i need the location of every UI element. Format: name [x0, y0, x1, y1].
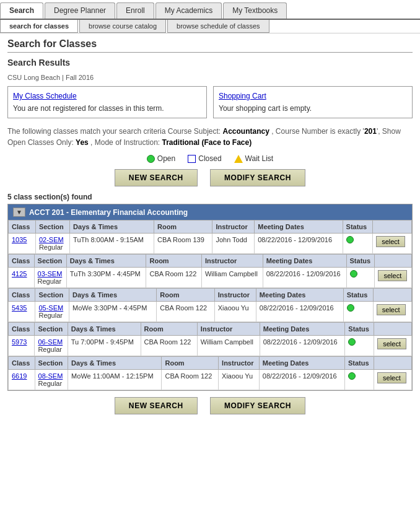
section-type-link[interactable]: 05-SEM	[38, 304, 66, 312]
cell-room: CBA Room 122	[162, 370, 219, 390]
col-header-section: Section	[34, 255, 66, 268]
col-header-	[374, 323, 412, 336]
info-boxes: My Class Schedule You are not registered…	[7, 86, 413, 118]
col-header-room: Room	[154, 221, 212, 234]
shopping-cart-link[interactable]: Shopping Cart	[219, 92, 407, 100]
col-header-room: Room	[157, 289, 214, 302]
class-schedule-box: My Class Schedule You are not registered…	[7, 86, 207, 118]
col-header-meeting_dates: Meeting Dates	[259, 357, 344, 370]
tab-enroll[interactable]: Enroll	[116, 2, 154, 19]
section-title: Search Results	[7, 58, 413, 68]
col-header-section: Section	[35, 357, 68, 370]
cell-section: 05-SEMRegular	[35, 302, 69, 322]
modify-search-button-top[interactable]: Modify Search	[210, 169, 305, 186]
course-header: ▼ ACCT 201 - Elementary Financial Accoun…	[8, 204, 412, 220]
cell-meeting-dates: 08/22/2016 - 12/09/2016	[260, 336, 345, 356]
tab-my-textbooks[interactable]: My Textbooks	[223, 2, 287, 19]
criteria-open-only: Yes	[76, 138, 89, 147]
cell-status	[345, 336, 374, 356]
select-button[interactable]: select	[377, 338, 406, 349]
select-button[interactable]: select	[377, 372, 406, 383]
col-header-section: Section	[35, 221, 69, 234]
legend-waitlist: Wait List	[234, 154, 274, 163]
criteria-middle: , Course Number is exactly '	[271, 127, 364, 136]
cell-instructor: Xiaoou Yu	[219, 370, 260, 390]
subtab-browse-schedule[interactable]: browse schedule of classes	[167, 20, 269, 33]
col-header-class: Class	[9, 221, 36, 234]
col-header-days_times: Days & Times	[70, 221, 154, 234]
closed-icon	[188, 155, 196, 163]
cell-room: CBA Room 122	[146, 268, 201, 288]
collapse-button[interactable]: ▼	[13, 208, 25, 217]
status-open-icon	[350, 270, 357, 278]
col-header-meeting_dates: Meeting Dates	[263, 255, 346, 268]
results-count: 5 class section(s) found	[7, 193, 413, 201]
status-open-icon	[346, 236, 354, 243]
subtab-browse-catalog[interactable]: browse course catalog	[79, 20, 166, 33]
col-header-class: Class	[9, 357, 35, 370]
class-number-link[interactable]: 5973	[12, 338, 27, 346]
cell-room: CBA Room 139	[154, 234, 212, 254]
legend-closed-label: Closed	[198, 154, 221, 163]
tab-search[interactable]: Search	[0, 2, 43, 19]
table-row: 412503-SEMRegularTuTh 3:30PM - 4:45PMCBA…	[9, 268, 412, 288]
status-open-icon	[348, 338, 356, 346]
col-header-status: Status	[345, 323, 374, 336]
course-name: ACCT 201 - Elementary Financial Accounti…	[29, 208, 188, 217]
section-type-link[interactable]: 03-SEM	[38, 270, 63, 278]
cell-instructor: John Todd	[212, 234, 255, 254]
new-search-button-bottom[interactable]: New Search	[115, 397, 198, 414]
nav-tabs-sub: search for classes browse course catalog…	[0, 20, 420, 33]
col-header-room: Room	[162, 357, 219, 370]
col-header-status: Status	[343, 221, 373, 234]
page-title: Search for Classes	[7, 38, 413, 53]
class-number-link[interactable]: 4125	[12, 270, 27, 278]
page-content: Search for Classes Search Results CSU Lo…	[0, 33, 420, 426]
cell-days-times: MoWe 3:30PM - 4:45PM	[69, 302, 157, 322]
open-icon	[147, 155, 155, 163]
class-schedule-text: You are not registered for classes in th…	[13, 104, 164, 113]
col-header-days_times: Days & Times	[66, 255, 146, 268]
tab-degree-planner[interactable]: Degree Planner	[45, 2, 115, 19]
section-mode: Regular	[38, 278, 63, 285]
col-header-instructor: Instructor	[214, 289, 256, 302]
criteria-mode: Traditional (Face to Face)	[162, 138, 252, 147]
section-mode: Regular	[39, 243, 66, 251]
modify-search-button-bottom[interactable]: Modify Search	[210, 397, 305, 414]
cell-meeting-dates: 08/22/2016 - 12/09/2016	[255, 234, 343, 254]
section-table: ClassSectionDays & TimesRoomInstructorMe…	[8, 322, 412, 356]
col-header-instructor: Instructor	[201, 255, 263, 268]
section-type-link[interactable]: 02-SEM	[39, 236, 66, 243]
subtab-search-classes[interactable]: search for classes	[0, 20, 78, 33]
select-button[interactable]: select	[376, 236, 405, 247]
course-container: ▼ ACCT 201 - Elementary Financial Accoun…	[7, 204, 413, 391]
cell-instructor: William Campbell	[197, 336, 260, 356]
cell-select: select	[373, 234, 412, 254]
col-header-room: Room	[146, 255, 201, 268]
cell-class: 4125	[9, 268, 35, 288]
section-mode: Regular	[38, 346, 64, 353]
cell-class: 5435	[9, 302, 35, 322]
class-number-link[interactable]: 1035	[12, 236, 27, 243]
section-type-link[interactable]: 06-SEM	[38, 338, 64, 346]
section-type-link[interactable]: 08-SEM	[38, 372, 65, 380]
button-row-bottom: New Search Modify Search	[7, 397, 413, 414]
tab-my-academics[interactable]: My Academics	[155, 2, 222, 19]
class-number-link[interactable]: 5435	[12, 304, 27, 312]
select-button[interactable]: select	[377, 304, 406, 315]
cell-meeting-dates: 08/22/2016 - 12/09/2016	[256, 302, 343, 322]
class-number-link[interactable]: 6619	[12, 372, 27, 380]
legend-closed: Closed	[188, 154, 221, 163]
new-search-button-top[interactable]: New Search	[115, 169, 198, 186]
section-mode: Regular	[38, 380, 65, 387]
cell-days-times: MoWe 11:00AM - 12:15PM	[68, 370, 162, 390]
cell-section: 03-SEMRegular	[34, 268, 66, 288]
section-table: ClassSectionDays & TimesRoomInstructorMe…	[8, 356, 412, 390]
col-header-room: Room	[141, 323, 197, 336]
my-class-schedule-link[interactable]: My Class Schedule	[13, 92, 201, 100]
select-button[interactable]: select	[378, 270, 407, 281]
legend-waitlist-label: Wait List	[245, 154, 274, 163]
cell-class: 6619	[9, 370, 35, 390]
cell-status	[343, 234, 373, 254]
button-row-top: New Search Modify Search	[7, 169, 413, 186]
